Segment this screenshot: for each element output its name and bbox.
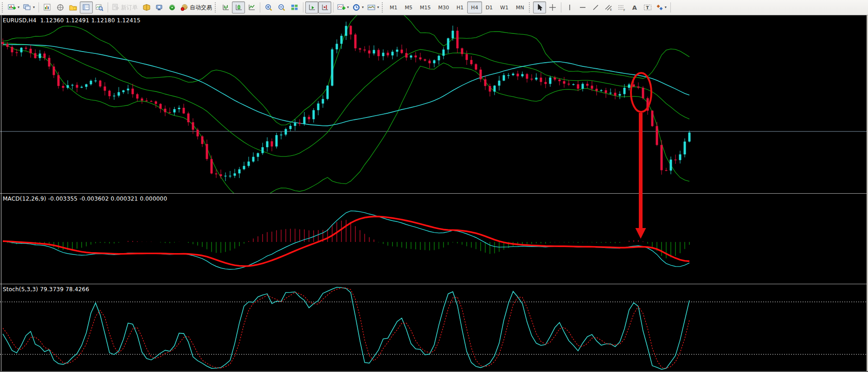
- horizontal-line-button[interactable]: [576, 1, 589, 13]
- toolbar-grip[interactable]: [529, 2, 531, 13]
- timeframe-h4-button[interactable]: H4: [467, 1, 482, 13]
- indicators-button[interactable]: ▾: [335, 1, 351, 13]
- trendline-button[interactable]: [589, 1, 602, 13]
- toolbar-separator: [303, 2, 303, 13]
- clock-icon: [353, 4, 360, 11]
- text-tool-icon: A: [632, 4, 637, 11]
- new-chart-button[interactable]: ▾: [6, 1, 21, 13]
- chevron-down-icon: ▾: [362, 6, 364, 9]
- profiles-button[interactable]: ▾: [21, 1, 37, 13]
- metaeditor-book-icon: [142, 4, 150, 11]
- svg-text:T: T: [646, 6, 649, 10]
- arrows-icon: [656, 4, 663, 11]
- crosshair-tool-button[interactable]: [546, 1, 559, 13]
- channel-icon: E: [604, 4, 613, 11]
- timeframe-m15-button[interactable]: M15: [416, 1, 435, 13]
- strategy-tester-button[interactable]: [93, 1, 106, 13]
- toolbar-separator: [108, 2, 108, 13]
- toolbar-separator: [39, 2, 39, 13]
- toolbar-separator: [670, 2, 671, 13]
- toolbar-grip[interactable]: [215, 2, 217, 13]
- timeframe-w1-button[interactable]: W1: [496, 1, 512, 13]
- toolbar-grip[interactable]: [2, 2, 4, 13]
- timeframe-m5-button[interactable]: M5: [401, 1, 417, 13]
- toolbar-separator: [561, 2, 561, 13]
- timeframe-label: D1: [486, 5, 493, 11]
- toolbar-separator: [333, 2, 334, 13]
- text-tool-button[interactable]: A: [628, 1, 641, 13]
- market-watch-button[interactable]: [41, 1, 54, 13]
- horizontal-line-icon: [579, 4, 586, 11]
- cursor-arrow-icon: [536, 4, 543, 11]
- auto-scroll-button[interactable]: [305, 1, 318, 13]
- signal-globe-icon: [168, 4, 176, 11]
- templates-button[interactable]: ▾: [366, 1, 381, 13]
- data-window-button[interactable]: [54, 1, 67, 13]
- candlestick-type-button[interactable]: [232, 1, 245, 13]
- bar-chart-type-button[interactable]: [219, 1, 232, 13]
- svg-text:F: F: [624, 8, 625, 12]
- experts-button[interactable]: [153, 1, 166, 13]
- crosshair-window-icon: [57, 4, 64, 11]
- symbol-ohlc-label: EURUSD,H4 1.12360 1.12491 1.12180 1.1241…: [3, 17, 141, 24]
- favorites-button[interactable]: [67, 1, 80, 13]
- indicators-icon: [337, 4, 346, 11]
- stochastic-panel[interactable]: Stoch(5,3,3) 79.3739 78.4266: [0, 284, 868, 371]
- text-label-button[interactable]: T: [641, 1, 654, 13]
- favorites-folder-icon: [69, 4, 77, 11]
- market-watch-icon: [44, 4, 51, 11]
- timeframe-m30-button[interactable]: M30: [435, 1, 453, 13]
- toolbar-grip[interactable]: [382, 2, 384, 13]
- zoom-in-button[interactable]: [262, 1, 275, 13]
- terminal-button[interactable]: [80, 1, 93, 13]
- tile-windows-icon: [291, 4, 298, 11]
- fibonacci-button[interactable]: F: [615, 1, 628, 13]
- candlestick-icon: [235, 4, 243, 11]
- expert-advisor-icon: [155, 4, 163, 11]
- trendline-icon: [592, 4, 599, 11]
- timeframe-label: W1: [500, 5, 508, 11]
- zoom-out-button[interactable]: [275, 1, 288, 13]
- timeframe-mn-button[interactable]: MN: [512, 1, 528, 13]
- metaeditor-button[interactable]: [140, 1, 153, 13]
- chevron-down-icon: ▾: [347, 6, 349, 9]
- signals-button[interactable]: [166, 1, 179, 13]
- toolbar: ▾ ▾ 新订单: [0, 0, 868, 15]
- chevron-down-icon: ▾: [18, 6, 19, 9]
- zoom-out-icon: [278, 4, 286, 11]
- timeframe-d1-button[interactable]: D1: [482, 1, 496, 13]
- macd-panel[interactable]: MACD(12,26,9) -0.003355 -0.003602 0.0003…: [0, 193, 868, 284]
- new-order-label: 新订单: [121, 4, 138, 12]
- vertical-line-icon: [567, 4, 572, 11]
- equidistant-channel-button[interactable]: E: [602, 1, 615, 13]
- macd-label: MACD(12,26,9) -0.003355 -0.003602 0.0003…: [3, 196, 167, 202]
- line-chart-type-button[interactable]: [245, 1, 258, 13]
- periods-button[interactable]: ▾: [351, 1, 366, 13]
- cursor-button[interactable]: [533, 1, 546, 13]
- chart-shift-button[interactable]: [318, 1, 331, 13]
- stochastic-label: Stoch(5,3,3) 79.3739 78.4266: [3, 286, 89, 293]
- text-label-icon: T: [643, 4, 652, 11]
- main-chart-panel[interactable]: EURUSD,H4 1.12360 1.12491 1.12180 1.1241…: [0, 15, 868, 193]
- tile-windows-button[interactable]: [288, 1, 301, 13]
- timeframe-label: M5: [405, 5, 413, 11]
- auto-scroll-icon: [308, 4, 316, 11]
- mt4-window: ▾ ▾ 新订单: [0, 0, 868, 372]
- terminal-panel-icon: [83, 4, 90, 11]
- toolbar-separator: [260, 2, 260, 13]
- crosshair-icon: [549, 4, 556, 11]
- vertical-line-button[interactable]: [563, 1, 576, 13]
- timeframe-label: M30: [438, 5, 450, 11]
- autotrading-button[interactable]: 自动交易: [179, 1, 214, 13]
- fibonacci-icon: F: [617, 4, 626, 11]
- templates-icon: [367, 4, 376, 11]
- svg-text:E: E: [610, 8, 612, 11]
- line-chart-icon: [248, 4, 256, 11]
- new-order-button[interactable]: 新订单: [110, 1, 140, 13]
- new-order-icon: [112, 4, 120, 11]
- chevron-down-icon: ▾: [377, 6, 379, 9]
- timeframe-m1-button[interactable]: M1: [386, 1, 401, 13]
- arrows-button[interactable]: ▾: [654, 1, 669, 13]
- timeframe-label: H4: [471, 5, 478, 11]
- timeframe-h1-button[interactable]: H1: [453, 1, 467, 13]
